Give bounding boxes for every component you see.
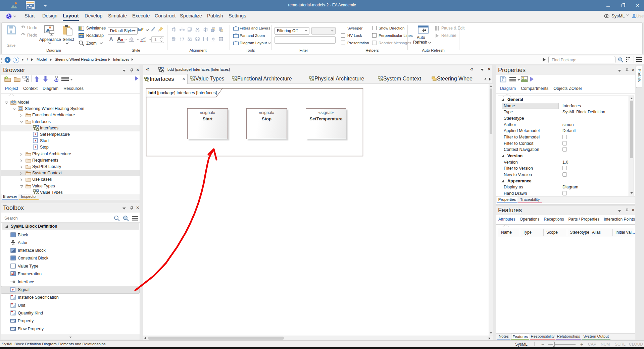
svg-text:bdd [package] Interfaces [Inte: bdd [package] Interfaces [Interfaces]: [148, 91, 217, 95]
svg-text:E: E: [11, 272, 13, 275]
